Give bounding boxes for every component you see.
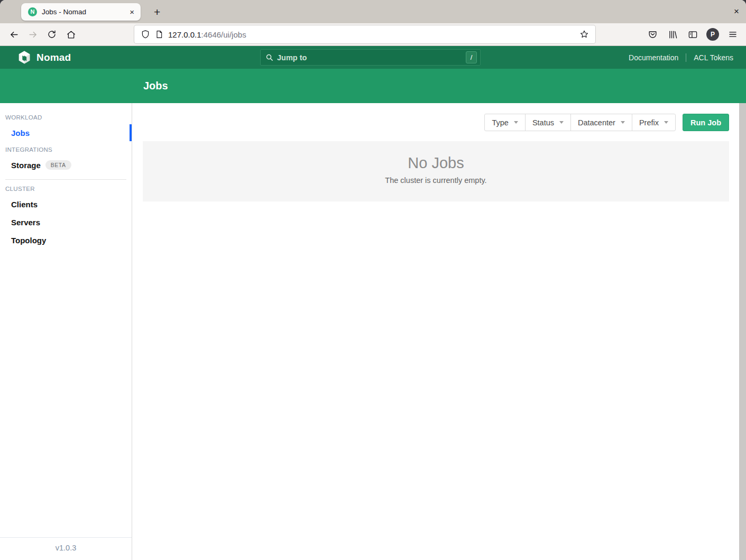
new-tab-button[interactable]: + [151,5,163,19]
filter-label: Type [492,118,508,127]
forward-button[interactable] [24,25,42,43]
filter-label: Status [532,118,554,127]
empty-state-message: The cluster is currently empty. [153,176,719,185]
run-job-button[interactable]: Run Job [683,114,729,131]
url-host: 127.0.0.1 [168,30,201,39]
hamburger-menu-icon [728,30,738,39]
window-close-button[interactable]: × [734,6,739,17]
filter-label: Datacenter [578,118,615,127]
profile-avatar: P [706,28,719,41]
sidebar-item-label: Servers [11,218,40,227]
content-area: WORKLOAD Jobs INTEGRATIONS Storage BETA … [0,103,746,560]
documentation-link[interactable]: Documentation [629,53,678,62]
home-icon [66,30,76,40]
header-links: Documentation ACL Tokens [629,53,733,62]
library-icon [668,30,678,40]
sidebar-menu: WORKLOAD Jobs INTEGRATIONS Storage BETA … [0,103,132,537]
main-panel: Type Status Datacenter Prefix [132,103,746,560]
section-label-workload: WORKLOAD [0,109,132,124]
home-button[interactable] [62,25,80,43]
sidebar-divider [5,179,126,180]
reload-button[interactable] [43,25,61,43]
page-info-icon [155,30,163,39]
sidebar: WORKLOAD Jobs INTEGRATIONS Storage BETA … [0,103,132,560]
pocket-button[interactable] [643,25,661,43]
tab-close-icon[interactable]: × [128,7,136,16]
sidebar-toggle-icon [688,30,698,40]
filter-label: Prefix [639,118,659,127]
tab-title: Jobs - Nomad [42,8,123,16]
nomad-header: Nomad / Documentation ACL Tokens [0,46,746,69]
subnav-bar: Jobs [0,69,746,103]
chevron-down-icon [664,121,668,124]
url-text: 127.0.0.1:4646/ui/jobs [168,30,246,39]
sidebar-item-storage[interactable]: Storage BETA [0,156,132,174]
url-path: :4646/ui/jobs [201,30,246,39]
menu-button[interactable] [724,25,742,43]
filter-prefix-dropdown[interactable]: Prefix [632,114,676,131]
library-button[interactable] [664,25,681,43]
forward-arrow-icon [28,30,38,40]
bookmark-star-icon[interactable] [579,30,589,39]
browser-titlebar: N Jobs - Nomad × + × [0,0,746,23]
empty-state: No Jobs The cluster is currently empty. [143,141,729,201]
sidebar-toggle-button[interactable] [684,25,702,43]
page-title: Jobs [143,80,168,92]
back-arrow-icon [9,30,19,40]
shield-icon [141,30,150,39]
back-button[interactable] [5,25,23,43]
chevron-down-icon [621,121,625,124]
filter-type-dropdown[interactable]: Type [484,114,525,131]
search-icon [265,53,273,61]
jump-to-input[interactable] [277,53,466,62]
sidebar-item-jobs[interactable]: Jobs [0,124,132,142]
browser-window: N Jobs - Nomad × + × 127.0.0.1:4646/ui/j… [0,0,746,560]
filter-datacenter-dropdown[interactable]: Datacenter [570,114,632,131]
brand-name: Nomad [36,52,71,63]
filter-row: Type Status Datacenter Prefix [143,114,729,131]
version-label: v1.0.3 [0,537,132,560]
sidebar-item-label: Clients [11,200,38,209]
link-separator [686,53,686,62]
section-label-integrations: INTEGRATIONS [0,142,132,156]
browser-toolbar: 127.0.0.1:4646/ui/jobs P [0,23,746,46]
section-label-cluster: CLUSTER [0,181,132,195]
chevron-down-icon [559,121,564,124]
browser-tab[interactable]: N Jobs - Nomad × [21,3,141,21]
chevron-down-icon [514,121,518,124]
slash-shortcut-key: / [466,51,477,63]
empty-state-title: No Jobs [153,154,719,172]
reload-icon [47,30,57,39]
jump-to-search[interactable]: / [260,49,481,66]
pocket-icon [648,30,658,40]
acl-tokens-link[interactable]: ACL Tokens [694,53,733,62]
sidebar-item-label: Topology [11,236,46,245]
sidebar-item-clients[interactable]: Clients [0,195,132,213]
profile-button[interactable]: P [704,25,722,43]
filter-group: Type Status Datacenter Prefix [484,114,676,131]
filter-status-dropdown[interactable]: Status [525,114,571,131]
nomad-favicon-icon: N [28,7,37,16]
sidebar-item-topology[interactable]: Topology [0,231,132,249]
nomad-brand[interactable]: Nomad [17,50,71,65]
nomad-logo-icon [17,50,31,65]
sidebar-item-label: Storage [11,161,41,170]
sidebar-item-label: Jobs [11,128,30,137]
url-bar[interactable]: 127.0.0.1:4646/ui/jobs [134,25,595,43]
toolbar-right-icons: P [643,25,742,43]
sidebar-item-servers[interactable]: Servers [0,213,132,231]
beta-badge: BETA [45,160,71,170]
page-scrollbar[interactable] [739,103,746,560]
